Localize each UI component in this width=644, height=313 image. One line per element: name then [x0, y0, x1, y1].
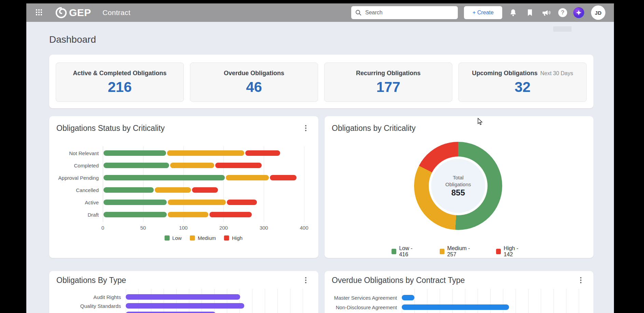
card-obligations-by-type: Obligations By Type Audit RightsQuality …	[49, 271, 318, 313]
gridline	[189, 289, 189, 313]
kpi-title: Recurring Obligations	[325, 70, 452, 77]
bar-segment-low	[104, 150, 166, 156]
bar-segment-medium	[168, 212, 209, 217]
app-screen: GEP Contract + Create ? JD	[26, 3, 614, 313]
category-label: Master Services Agreement	[325, 295, 397, 301]
gridline	[566, 289, 566, 313]
donut-center-total: 855	[451, 188, 465, 198]
legend-swatch	[190, 235, 195, 241]
bar-segment-high	[245, 150, 280, 156]
product-name: Contract	[102, 9, 131, 17]
chart-title: Obligations Status by Criticality	[56, 124, 165, 133]
legend-label: Medium - 257	[447, 245, 477, 258]
kebab-menu-icon[interactable]	[303, 276, 309, 284]
chart-title: Obligations By Type	[56, 276, 126, 285]
gridline	[516, 289, 516, 313]
category-label: Quality Standards	[49, 303, 121, 309]
ai-glyph	[576, 10, 581, 15]
legend-item: Medium - 257	[440, 245, 477, 258]
kpi-upcoming-obligations[interactable]: Upcoming ObligationsNext 30 Days 32	[458, 63, 587, 102]
gridline	[290, 289, 290, 313]
gridline	[277, 289, 278, 313]
legend-swatch	[440, 249, 444, 254]
notifications-bell-icon[interactable]	[509, 9, 517, 17]
gridline	[402, 289, 402, 313]
bar-segment-medium	[155, 187, 191, 193]
legend-item: High - 142	[496, 245, 526, 258]
bar	[402, 304, 509, 310]
gridline	[303, 289, 303, 313]
bar-segment-high	[227, 200, 257, 205]
legend-swatch	[496, 249, 501, 254]
bar-segment-high	[192, 187, 218, 193]
kebab-menu-icon[interactable]	[303, 124, 309, 132]
chart-title: Overdue Obligations by Contract Type	[332, 276, 465, 285]
donut-center-line2: Obligations	[445, 181, 471, 188]
kpi-active-completed-obligations[interactable]: Active & Completed Obligations 216	[56, 63, 184, 102]
x-tick-label: 200	[219, 225, 228, 231]
kpi-value: 46	[190, 79, 318, 95]
ui-artifact	[553, 26, 572, 32]
kpi-recurring-obligations[interactable]: Recurring Obligations 177	[324, 63, 452, 102]
gridline	[202, 289, 202, 313]
gridline	[183, 146, 184, 222]
card-obligations-by-criticality: Obligations by Criticality TotalObligati…	[325, 116, 593, 258]
bar	[126, 303, 244, 309]
bar-segment-low	[104, 163, 169, 168]
kpi-value: 32	[459, 79, 586, 95]
bar	[126, 312, 216, 313]
gridline	[103, 146, 103, 222]
ai-assistant-icon[interactable]	[573, 7, 584, 18]
gridline	[138, 289, 139, 313]
gridline	[223, 146, 224, 222]
kpi-title: Overdue Obligations	[190, 70, 318, 77]
gridline	[227, 289, 227, 313]
gep-logo[interactable]: GEP	[55, 6, 91, 19]
x-tick-label: 0	[101, 225, 104, 231]
category-label: Approval Pending	[49, 175, 99, 181]
bar-segment-low	[104, 187, 154, 193]
apps-grid-icon[interactable]	[36, 9, 43, 16]
legend-item: Medium	[190, 235, 216, 241]
x-tick-label: 50	[140, 225, 146, 231]
search-input[interactable]	[365, 9, 454, 16]
x-tick-label: 100	[179, 225, 188, 231]
gridline	[553, 289, 554, 313]
bar	[402, 295, 414, 300]
card-obligations-status-by-criticality: Obligations Status by Criticality 050100…	[49, 116, 318, 258]
kpi-title: Upcoming ObligationsNext 30 Days	[459, 70, 586, 77]
bar	[126, 294, 240, 300]
kpi-row: Active & Completed Obligations 216 Overd…	[56, 63, 587, 102]
gridline	[176, 289, 177, 313]
bar-segment-high	[270, 175, 297, 180]
chart-legend: LowMediumHigh	[164, 235, 243, 241]
top-nav: GEP Contract + Create ? JD	[26, 3, 614, 22]
legend-item: Low	[164, 235, 182, 241]
bar-segment-medium	[226, 175, 269, 180]
gridline	[143, 146, 143, 222]
category-label: Non-Disclosure Agreement	[325, 304, 397, 310]
user-avatar[interactable]: JD	[591, 5, 605, 20]
help-icon[interactable]: ?	[558, 8, 567, 17]
bar-segment-high	[209, 212, 251, 217]
category-label: Active	[49, 200, 99, 205]
kpi-title: Active & Completed Obligations	[56, 70, 183, 77]
gridline	[264, 146, 264, 222]
chart-legend: Low - 416Medium - 257High - 142	[392, 245, 526, 258]
create-button[interactable]: + Create	[464, 6, 502, 19]
kpi-value: 216	[56, 79, 183, 95]
brand-text: GEP	[69, 6, 91, 19]
gridline	[304, 146, 304, 222]
kebab-menu-icon[interactable]	[578, 276, 584, 284]
legend-swatch	[164, 235, 169, 241]
search-box[interactable]	[351, 6, 458, 19]
announcements-megaphone-icon[interactable]	[542, 9, 551, 17]
bookmark-icon[interactable]	[526, 9, 534, 17]
kpi-overdue-obligations[interactable]: Overdue Obligations 46	[190, 63, 318, 102]
kpi-value: 177	[325, 79, 452, 95]
bar-segment-medium	[170, 163, 214, 168]
bar-segment-medium	[167, 150, 245, 156]
gridline	[265, 289, 265, 313]
bar-segment-low	[104, 175, 225, 180]
legend-label: Medium	[198, 235, 216, 241]
